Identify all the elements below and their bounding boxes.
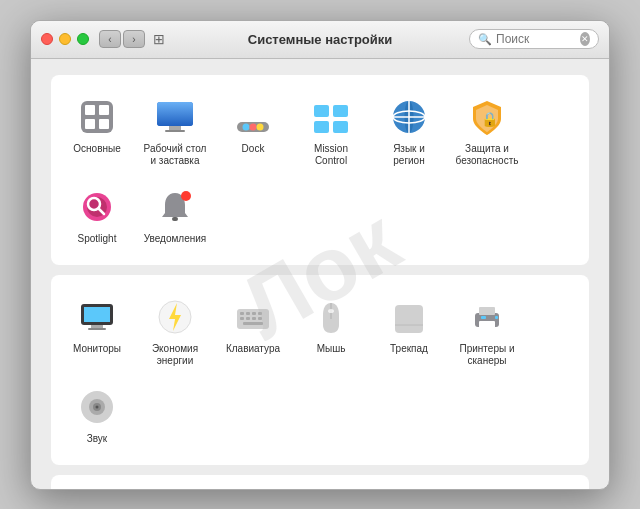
svg-point-11 bbox=[250, 123, 257, 130]
svg-rect-48 bbox=[479, 307, 495, 315]
icon-item-spotlight[interactable]: Spotlight bbox=[61, 179, 133, 251]
osnovnye-icon bbox=[75, 95, 119, 139]
section-internet: iCloud @ Уч. записи Интернета Расширения bbox=[51, 475, 589, 489]
mission-icon bbox=[309, 95, 353, 139]
svg-rect-38 bbox=[240, 317, 244, 320]
notifications-icon bbox=[153, 185, 197, 229]
monitors-label: Мониторы bbox=[73, 343, 121, 355]
spotlight-label: Spotlight bbox=[78, 233, 117, 245]
icon-item-keyboard[interactable]: Клавиатура bbox=[217, 289, 289, 373]
svg-rect-39 bbox=[246, 317, 250, 320]
notifications-label: Уведомления bbox=[144, 233, 207, 245]
svg-rect-37 bbox=[258, 312, 262, 315]
svg-rect-13 bbox=[314, 105, 329, 117]
spotlight-icon bbox=[75, 185, 119, 229]
svg-rect-7 bbox=[169, 126, 181, 130]
trackpad-icon bbox=[387, 295, 431, 339]
svg-rect-45 bbox=[395, 305, 423, 333]
svg-point-27 bbox=[181, 191, 191, 201]
window-title: Системные настройки bbox=[248, 32, 393, 47]
lang-label: Язык и регион bbox=[377, 143, 441, 167]
svg-rect-2 bbox=[85, 119, 95, 129]
svg-rect-44 bbox=[328, 309, 334, 313]
svg-rect-31 bbox=[88, 328, 106, 330]
desktop-label: Рабочий стол и заставка bbox=[143, 143, 207, 167]
trackpad-label: Трекпад bbox=[390, 343, 428, 355]
icon-item-desktop[interactable]: Рабочий стол и заставка bbox=[139, 89, 211, 173]
mouse-icon bbox=[309, 295, 353, 339]
monitors-icon bbox=[75, 295, 119, 339]
icon-item-mission[interactable]: Mission Control bbox=[295, 89, 367, 173]
icon-item-security[interactable]: 🔒 Защита и безопасность bbox=[451, 89, 523, 173]
icon-item-monitors[interactable]: Мониторы bbox=[61, 289, 133, 373]
titlebar: ‹ › ⊞ Системные настройки 🔍 ✕ bbox=[31, 21, 609, 59]
svg-rect-15 bbox=[314, 121, 329, 133]
svg-rect-35 bbox=[246, 312, 250, 315]
svg-rect-51 bbox=[495, 316, 498, 319]
system-preferences-window: ‹ › ⊞ Системные настройки 🔍 ✕ Лок Основн… bbox=[30, 20, 610, 490]
energy-label: Экономия энергии bbox=[143, 343, 207, 367]
icon-item-notifications[interactable]: Уведомления bbox=[139, 179, 211, 251]
dock-icon bbox=[231, 95, 275, 139]
icon-item-dock[interactable]: Dock bbox=[217, 89, 289, 173]
svg-point-12 bbox=[257, 123, 264, 130]
svg-rect-34 bbox=[240, 312, 244, 315]
svg-rect-42 bbox=[243, 322, 263, 325]
security-icon: 🔒 bbox=[465, 95, 509, 139]
search-icon: 🔍 bbox=[478, 33, 492, 46]
svg-text:🔒: 🔒 bbox=[481, 111, 499, 128]
svg-rect-6 bbox=[157, 102, 193, 126]
search-input[interactable] bbox=[496, 32, 576, 46]
svg-rect-3 bbox=[99, 105, 109, 115]
sound-label: Звук bbox=[87, 433, 108, 445]
nav-buttons: ‹ › bbox=[99, 30, 145, 48]
icon-item-lang[interactable]: Язык и регион bbox=[373, 89, 445, 173]
svg-rect-14 bbox=[333, 105, 348, 117]
search-box[interactable]: 🔍 ✕ bbox=[469, 29, 599, 49]
section-hardware: Мониторы Экономия энергии Клавиатура bbox=[51, 275, 589, 465]
maximize-button[interactable] bbox=[77, 33, 89, 45]
svg-rect-16 bbox=[333, 121, 348, 133]
svg-point-55 bbox=[96, 405, 99, 408]
printers-icon bbox=[465, 295, 509, 339]
keyboard-label: Клавиатура bbox=[226, 343, 280, 355]
content-area: Лок Основные Рабочий стол и заставка bbox=[31, 59, 609, 489]
icon-item-osnovnye[interactable]: Основные bbox=[61, 89, 133, 173]
icon-grid-hardware: Мониторы Экономия энергии Клавиатура bbox=[61, 289, 579, 451]
icon-item-printers[interactable]: Принтеры и сканеры bbox=[451, 289, 523, 373]
printers-label: Принтеры и сканеры bbox=[455, 343, 519, 367]
svg-rect-29 bbox=[84, 307, 110, 322]
svg-rect-26 bbox=[172, 217, 178, 221]
svg-rect-41 bbox=[258, 317, 262, 320]
search-clear-button[interactable]: ✕ bbox=[580, 32, 590, 46]
osnovnye-label: Основные bbox=[73, 143, 120, 155]
security-label: Защита и безопасность bbox=[455, 143, 519, 167]
traffic-lights bbox=[41, 33, 89, 45]
icon-grid-personal: Основные Рабочий стол и заставка Dock bbox=[61, 89, 579, 251]
section-personal: Основные Рабочий стол и заставка Dock bbox=[51, 75, 589, 265]
lang-icon bbox=[387, 95, 431, 139]
icon-item-mouse[interactable]: Мышь bbox=[295, 289, 367, 373]
svg-rect-8 bbox=[165, 130, 185, 132]
mouse-label: Мышь bbox=[317, 343, 346, 355]
close-button[interactable] bbox=[41, 33, 53, 45]
svg-rect-40 bbox=[252, 317, 256, 320]
grid-icon[interactable]: ⊞ bbox=[153, 31, 165, 47]
mission-label: Mission Control bbox=[299, 143, 363, 167]
energy-icon bbox=[153, 295, 197, 339]
forward-button[interactable]: › bbox=[123, 30, 145, 48]
svg-rect-30 bbox=[91, 325, 103, 328]
back-button[interactable]: ‹ bbox=[99, 30, 121, 48]
desktop-icon bbox=[153, 95, 197, 139]
svg-rect-1 bbox=[85, 105, 95, 115]
sound-icon bbox=[75, 385, 119, 429]
minimize-button[interactable] bbox=[59, 33, 71, 45]
svg-rect-4 bbox=[99, 119, 109, 129]
keyboard-icon bbox=[231, 295, 275, 339]
icon-item-trackpad[interactable]: Трекпад bbox=[373, 289, 445, 373]
svg-rect-36 bbox=[252, 312, 256, 315]
icon-item-sound[interactable]: Звук bbox=[61, 379, 133, 451]
svg-point-10 bbox=[243, 123, 250, 130]
icon-item-energy[interactable]: Экономия энергии bbox=[139, 289, 211, 373]
dock-label: Dock bbox=[242, 143, 265, 155]
